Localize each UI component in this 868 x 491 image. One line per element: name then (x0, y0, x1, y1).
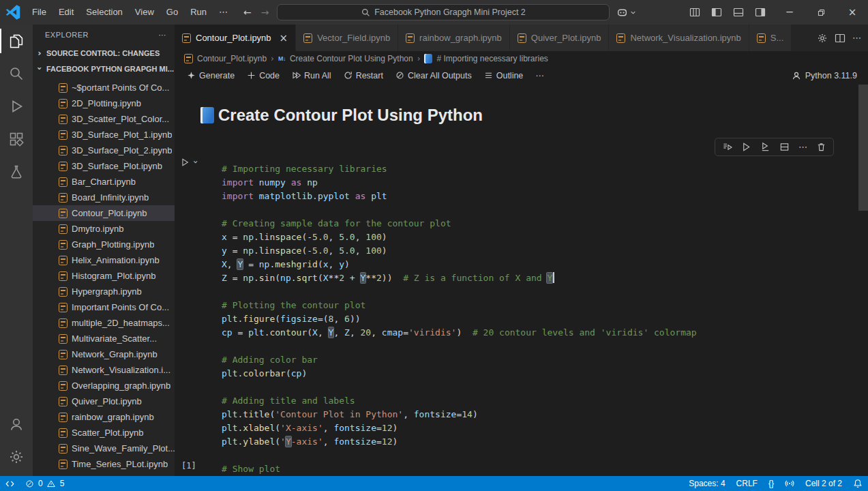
code-line[interactable]: x = np.linspace(-5.0, 5.0, 100) (222, 230, 838, 244)
split-editor-icon[interactable] (835, 33, 845, 44)
file-item-portant-points-of-co[interactable]: ~$portant Points Of Co... (33, 80, 175, 95)
code-line[interactable]: import matplotlib.pyplot as plt (222, 190, 838, 203)
run-all-button[interactable]: Run All (286, 68, 337, 83)
forward-arrow-icon[interactable]: → (261, 7, 269, 18)
testing-flask-icon[interactable] (0, 155, 33, 188)
clear-all-outputs-button[interactable]: Clear All Outputs (390, 68, 477, 83)
explorer-more-actions-icon[interactable]: ⋯ (159, 31, 167, 40)
code-line[interactable] (222, 449, 838, 462)
problems-indicator[interactable]: 0 5 (20, 476, 70, 491)
code-cell[interactable]: ⋯ › # Importing necessary librariesimpor… (198, 138, 838, 476)
menu-go[interactable]: Go (160, 0, 184, 25)
cell-indicator[interactable]: Cell 2 of 2 (800, 476, 848, 491)
toolbar-more-actions[interactable]: ⋯ (530, 68, 550, 83)
breadcrumb-code-cell[interactable]: # Importing necessary libraries (436, 54, 548, 63)
run-below-icon[interactable] (760, 142, 770, 152)
notifications-bell[interactable] (848, 476, 868, 491)
back-arrow-icon[interactable]: ← (243, 7, 252, 18)
file-item-dmytro-ipynb[interactable]: Dmytro.ipynb (33, 221, 175, 237)
tab-rainbow-graph-ipynb[interactable]: rainbow_graph.ipynb (398, 25, 510, 51)
add-code-cell-button[interactable]: Code (241, 68, 285, 83)
cell-more-actions-icon[interactable]: ⋯ (798, 142, 807, 152)
file-item-scatter-plot-ipynb[interactable]: Scatter_Plot.ipynb (33, 425, 175, 441)
breadcrumb-file[interactable]: Contour_Plot.ipynb (197, 54, 267, 63)
copilot-menu[interactable] (616, 7, 636, 18)
editor-more-actions-icon[interactable]: ⋯ (852, 33, 861, 43)
file-item-multiple-2d-heatmaps[interactable]: multiple_2D_heatmaps... (33, 315, 175, 331)
tab-network-visualization-ipynb[interactable]: Network_Visualization.ipynb (609, 25, 749, 51)
restart-button[interactable]: Restart (338, 68, 389, 83)
split-cell-icon[interactable] (779, 142, 790, 152)
code-line[interactable]: plt.title('Contour Plot in Python', font… (222, 408, 838, 421)
close-window-button[interactable]: × (837, 0, 868, 25)
file-item-bar-chart-ipynb[interactable]: Bar_Chart.ipynb (33, 174, 175, 190)
markdown-cell[interactable]: Create Contour Plot Using Python (175, 85, 868, 128)
search-sidebar-icon[interactable] (0, 57, 33, 90)
code-line[interactable]: plt.xlabel('X-axis', fontsize=12) (222, 421, 838, 435)
outline-button[interactable]: Outline (479, 68, 529, 83)
restore-button[interactable] (805, 0, 837, 25)
broadcast-indicator[interactable] (779, 476, 800, 491)
code-line[interactable] (222, 340, 838, 353)
remote-indicator[interactable] (0, 476, 20, 491)
tab-quiver-plot-ipynb[interactable]: Quiver_Plot.ipynb (510, 25, 610, 51)
extensions-icon[interactable] (0, 123, 33, 155)
file-item-helix-animation-ipynb[interactable]: Helix_Animation.ipynb (33, 252, 175, 268)
account-icon[interactable] (0, 408, 33, 441)
file-item-3d-surface-plot-2-ipynb[interactable]: 3D_Surface_Plot_2.ipynb (33, 143, 175, 158)
file-item-graph-plotting-ipynb[interactable]: Graph_Plotting.ipynb (33, 237, 175, 252)
tab-contour-plot-ipynb[interactable]: Contour_Plot.ipynb× (175, 25, 296, 51)
code-line[interactable]: plt.figure(figsize=(8, 6)) (222, 312, 838, 326)
file-item-board-infinity-ipynb[interactable]: Board_Infinity.ipynb (33, 190, 175, 205)
code-line[interactable]: Z = np.sin(np.sqrt(X**2 + Y**2)) # Z is … (222, 271, 838, 285)
menu-edit[interactable]: Edit (53, 0, 80, 25)
code-line[interactable]: y = np.linspace(-5.0, 5.0, 100) (222, 244, 838, 258)
breadcrumb-markdown-cell[interactable]: Create Contour Plot Using Python (290, 54, 413, 63)
run-and-debug-icon[interactable] (0, 90, 33, 123)
tab-s[interactable]: S... (749, 25, 792, 51)
close-tab-icon[interactable]: × (280, 32, 288, 44)
generate-button[interactable]: Generate (181, 68, 240, 83)
notebook-settings-icon[interactable] (817, 33, 828, 44)
code-line[interactable] (222, 203, 838, 217)
file-item-quiver-plot-ipynb[interactable]: Quiver_Plot.ipynb (33, 393, 175, 409)
file-item-important-points-of-co[interactable]: Important Points Of Co... (33, 299, 175, 315)
file-item-2d-plotting-ipynb[interactable]: 2D_Plotting.ipynb (33, 95, 175, 111)
menu-run[interactable]: Run (184, 0, 213, 25)
editor-scrollbar[interactable] (858, 85, 868, 211)
command-center-search[interactable]: Facebook Python Grapgh Mini Project 2 (277, 4, 610, 20)
code-line[interactable]: import numpy as np (222, 176, 838, 190)
execute-above-icon[interactable] (722, 142, 732, 152)
code-line[interactable]: cp = plt.contour(X, Y, Z, 20, cmap='viri… (222, 326, 838, 340)
section-source-control-changes[interactable]: › SOURCE CONTROL: CHANGES (33, 45, 175, 61)
code-line[interactable]: # Creating sample data for the contour p… (222, 217, 838, 230)
file-item-rainbow-graph-ipynb[interactable]: rainbow_graph.ipynb (33, 409, 175, 425)
file-item-network-visualization-i[interactable]: Network_Visualization.i... (33, 362, 175, 378)
file-item-3d-scatter-plot-color[interactable]: 3D_Scatter_Plot_Color... (33, 111, 175, 127)
code-line[interactable]: plt.colorbar(cp) (222, 367, 838, 381)
file-item-overlapping-graph-ipynb[interactable]: Overlapping_graph.ipynb (33, 378, 175, 393)
code-line[interactable]: # Adding title and labels (222, 394, 838, 408)
code-line[interactable]: # Plotting the contour plot (222, 299, 838, 312)
code-line[interactable] (222, 381, 838, 394)
file-item-multivariate-scatter[interactable]: Multivariate_Scatter... (33, 331, 175, 346)
toggle-primary-sidebar-icon[interactable] (708, 4, 725, 20)
file-item-network-graph-ipynb[interactable]: Network_Graph.ipynb (33, 346, 175, 362)
minimize-button[interactable]: ─ (774, 0, 805, 25)
code-line[interactable]: plt.ylabel('Y-axis', fontsize=12) (222, 435, 838, 449)
file-item-time-series-plot-ipynb[interactable]: Time_Series_PLot.ipynb (33, 456, 175, 472)
kernel-picker[interactable]: Python 3.11.9 (792, 71, 857, 80)
code-line[interactable]: # Show plot (222, 462, 838, 476)
file-item-contour-plot-ipynb[interactable]: Contour_Plot.ipynb (33, 205, 175, 221)
menu-selection[interactable]: Selection (80, 0, 128, 25)
customize-layout-icon[interactable] (687, 4, 703, 20)
section-workspace-folder[interactable]: › FACEBOOK PYTHON GRAPGH MI... (33, 61, 175, 76)
braces-indicator[interactable]: {} (763, 476, 779, 491)
menu-view[interactable]: View (129, 0, 160, 25)
menu-more[interactable]: ⋯ (213, 0, 234, 25)
run-cell-button[interactable] (180, 158, 190, 167)
toggle-panel-icon[interactable] (730, 4, 747, 20)
code-line[interactable]: X, Y = np.meshgrid(x, y) (222, 258, 838, 271)
settings-gear-icon[interactable] (0, 441, 33, 473)
code-line[interactable] (222, 285, 838, 299)
